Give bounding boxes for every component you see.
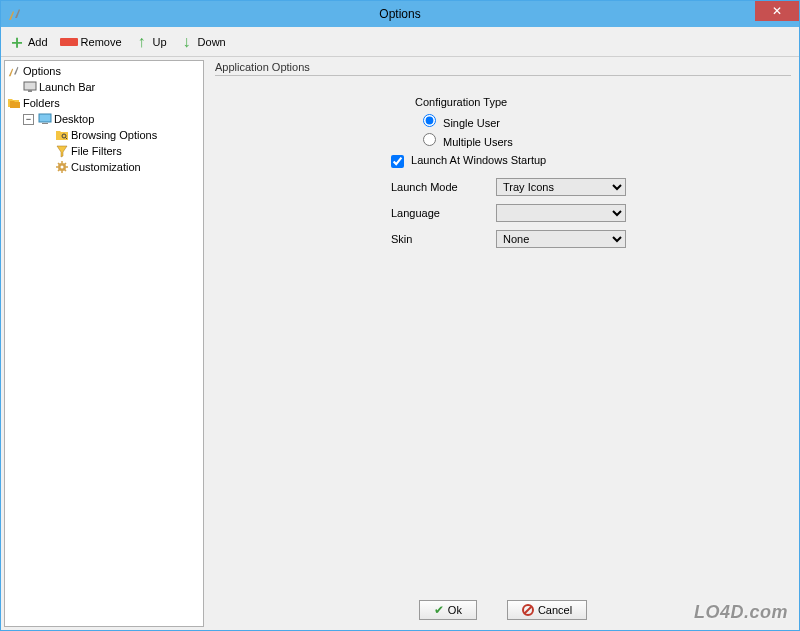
tree-item-folders[interactable]: Folders: [7, 95, 201, 111]
panel-title: Application Options: [215, 61, 791, 73]
tools-icon: [7, 64, 21, 78]
tree-label: Launch Bar: [39, 81, 95, 93]
app-icon: [7, 6, 23, 22]
down-button[interactable]: ↓ Down: [175, 32, 230, 52]
toolbar: ＋ Add Remove ↑ Up ↓ Down: [1, 27, 799, 57]
radio-single-user[interactable]: Single User: [423, 117, 500, 129]
remove-label: Remove: [81, 36, 122, 48]
funnel-icon: [55, 144, 69, 158]
tree-label: Folders: [23, 97, 60, 109]
content-area: Options Launch Bar Folders − Desktop: [1, 57, 799, 630]
button-bar: ✔ Ok Cancel: [207, 600, 799, 620]
check-icon: ✔: [434, 603, 444, 617]
svg-rect-3: [42, 123, 48, 124]
tree-label: Desktop: [54, 113, 94, 125]
minus-icon: [60, 38, 78, 46]
monitor-icon: [23, 80, 37, 94]
titlebar: Options ✕: [1, 1, 799, 27]
up-button[interactable]: ↑ Up: [130, 32, 171, 52]
launch-startup-input[interactable]: [391, 155, 404, 168]
options-window: Options ✕ ＋ Add Remove ↑ Up ↓ Down: [0, 0, 800, 631]
arrow-up-icon: ↑: [134, 34, 150, 50]
svg-rect-0: [24, 82, 36, 90]
cancel-label: Cancel: [538, 604, 572, 616]
radio-multiple-users-label: Multiple Users: [443, 136, 513, 148]
close-icon: ✕: [772, 4, 782, 18]
svg-point-7: [61, 166, 64, 169]
close-button[interactable]: ✕: [755, 1, 799, 21]
launch-mode-row: Launch Mode Tray Icons: [391, 178, 791, 196]
plus-icon: ＋: [9, 34, 25, 50]
ok-label: Ok: [448, 604, 462, 616]
tree-item-browsing-options[interactable]: Browsing Options: [7, 127, 201, 143]
tree-label: Customization: [71, 161, 141, 173]
window-title: Options: [1, 7, 799, 21]
language-select[interactable]: [496, 204, 626, 222]
language-label: Language: [391, 207, 496, 219]
radio-single-user-input[interactable]: [423, 114, 436, 127]
tree-item-desktop[interactable]: − Desktop: [7, 111, 201, 127]
tree-sidebar: Options Launch Bar Folders − Desktop: [4, 60, 204, 627]
gear-icon: [55, 160, 69, 174]
down-label: Down: [198, 36, 226, 48]
tree-item-options[interactable]: Options: [7, 63, 201, 79]
svg-rect-2: [39, 114, 51, 122]
up-label: Up: [153, 36, 167, 48]
cancel-icon: [522, 604, 534, 616]
radio-multiple-users[interactable]: Multiple Users: [423, 136, 513, 148]
tree-item-file-filters[interactable]: File Filters: [7, 143, 201, 159]
tree-item-launch-bar[interactable]: Launch Bar: [7, 79, 201, 95]
tree-label: Options: [23, 65, 61, 77]
language-row: Language: [391, 204, 791, 222]
radio-multiple-users-row: Multiple Users: [415, 133, 791, 148]
launch-startup-row: Launch At Windows Startup: [391, 154, 791, 168]
config-type-label: Configuration Type: [415, 96, 791, 108]
skin-label: Skin: [391, 233, 496, 245]
add-label: Add: [28, 36, 48, 48]
radio-single-user-row: Single User: [415, 114, 791, 129]
skin-row: Skin None: [391, 230, 791, 248]
folder-search-icon: [55, 128, 69, 142]
main-panel: Application Options Configuration Type S…: [207, 57, 799, 630]
add-button[interactable]: ＋ Add: [5, 32, 52, 52]
launch-mode-label: Launch Mode: [391, 181, 496, 193]
tree-label: File Filters: [71, 145, 122, 157]
ok-button[interactable]: ✔ Ok: [419, 600, 477, 620]
config-type-text: Configuration Type: [415, 96, 507, 108]
radio-multiple-users-input[interactable]: [423, 133, 436, 146]
arrow-down-icon: ↓: [179, 34, 195, 50]
tree-label: Browsing Options: [71, 129, 157, 141]
form-area: Configuration Type Single User Multiple …: [215, 76, 791, 248]
launch-startup-label: Launch At Windows Startup: [411, 154, 546, 166]
radio-single-user-label: Single User: [443, 117, 500, 129]
svg-rect-1: [28, 90, 32, 92]
launch-mode-select[interactable]: Tray Icons: [496, 178, 626, 196]
remove-button[interactable]: Remove: [56, 34, 126, 50]
expander-icon[interactable]: −: [23, 114, 34, 125]
cancel-button[interactable]: Cancel: [507, 600, 587, 620]
desktop-icon: [38, 112, 52, 126]
folders-icon: [7, 96, 21, 110]
launch-startup-checkbox[interactable]: Launch At Windows Startup: [391, 154, 546, 166]
tree-item-customization[interactable]: Customization: [7, 159, 201, 175]
skin-select[interactable]: None: [496, 230, 626, 248]
